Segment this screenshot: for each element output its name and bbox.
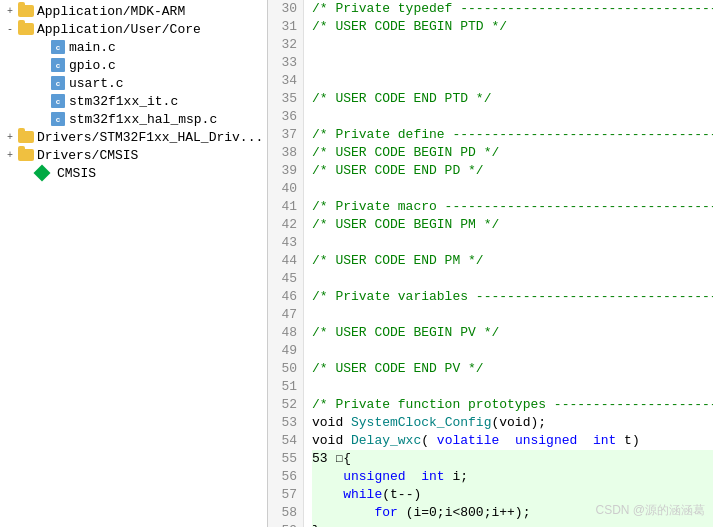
code-line-51 <box>312 378 713 396</box>
tree-item-app-mdk[interactable]: + Application/MDK-ARM <box>0 2 267 20</box>
code-editor: 30 31 32 33 34 35 36 37 38 39 40 41 42 4… <box>268 0 713 527</box>
folder-icon-user-core <box>18 21 34 37</box>
ln-43: 43 <box>274 234 297 252</box>
expand-icon-user-core: - <box>4 24 16 35</box>
ln-49: 49 <box>274 342 297 360</box>
code-line-33 <box>312 54 713 72</box>
spacer-it <box>36 96 48 107</box>
expand-icon-mdk: + <box>4 6 16 17</box>
code-line-49 <box>312 342 713 360</box>
tree-item-drivers-hal[interactable]: + Drivers/STM32F1xx_HAL_Driv... <box>0 128 267 146</box>
ln-53: 53 <box>274 414 297 432</box>
file-icon-main: c <box>50 39 66 55</box>
code-line-43 <box>312 234 713 252</box>
ln-31: 31 <box>274 18 297 36</box>
watermark-text: CSDN @源的涵涵葛 <box>595 502 705 519</box>
ln-39: 39 <box>274 162 297 180</box>
tree-label-mdk: Application/MDK-ARM <box>37 4 185 19</box>
folder-icon-cmsis-drv <box>18 147 34 163</box>
expand-icon-hal: + <box>4 132 16 143</box>
code-line-53: void SystemClock_Config(void); <box>312 414 713 432</box>
line-numbers: 30 31 32 33 34 35 36 37 38 39 40 41 42 4… <box>268 0 304 527</box>
ln-30: 30 <box>274 0 297 18</box>
expand-icon-cmsis-drv: + <box>4 150 16 161</box>
ln-33: 33 <box>274 54 297 72</box>
tree-item-main-c[interactable]: c main.c <box>0 38 267 56</box>
code-line-48: /* USER CODE BEGIN PV */ <box>312 324 713 342</box>
tree-label-usart: usart.c <box>69 76 124 91</box>
diamond-icon-cmsis <box>34 165 50 181</box>
ln-51: 51 <box>274 378 297 396</box>
tree-label-hal: Drivers/STM32F1xx_HAL_Driv... <box>37 130 263 145</box>
ln-52: 52 <box>274 396 297 414</box>
tree-label-cmsis: CMSIS <box>57 166 96 181</box>
spacer-main <box>36 42 48 53</box>
code-line-50: /* USER CODE END PV */ <box>312 360 713 378</box>
code-line-44: /* USER CODE END PM */ <box>312 252 713 270</box>
code-line-46: /* Private variables -------------------… <box>312 288 713 306</box>
tree-item-app-user-core[interactable]: - Application/User/Core <box>0 20 267 38</box>
tree-item-gpio-c[interactable]: c gpio.c <box>0 56 267 74</box>
spacer-hal <box>36 114 48 125</box>
code-line-36 <box>312 108 713 126</box>
ln-54: 54 <box>274 432 297 450</box>
tree-item-stm32-hal-msp[interactable]: c stm32f1xx_hal_msp.c <box>0 110 267 128</box>
tree-item-stm32-it[interactable]: c stm32f1xx_it.c <box>0 92 267 110</box>
code-line-38: /* USER CODE BEGIN PD */ <box>312 144 713 162</box>
code-line-47 <box>312 306 713 324</box>
ln-38: 38 <box>274 144 297 162</box>
code-line-56: unsigned int i; <box>312 468 713 486</box>
code-line-31: /* USER CODE BEGIN PTD */ <box>312 18 713 36</box>
ln-42: 42 <box>274 216 297 234</box>
code-content: 30 31 32 33 34 35 36 37 38 39 40 41 42 4… <box>268 0 713 527</box>
folder-icon-mdk <box>18 3 34 19</box>
ln-32: 32 <box>274 36 297 54</box>
ln-56: 56 <box>274 468 297 486</box>
ln-59: 59 <box>274 522 297 527</box>
code-line-45 <box>312 270 713 288</box>
ln-45: 45 <box>274 270 297 288</box>
ln-50: 50 <box>274 360 297 378</box>
tree-item-usart-c[interactable]: c usart.c <box>0 74 267 92</box>
code-line-40 <box>312 180 713 198</box>
tree-label-it: stm32f1xx_it.c <box>69 94 178 109</box>
ln-40: 40 <box>274 180 297 198</box>
code-line-52: /* Private function prototypes ---------… <box>312 396 713 414</box>
code-line-34 <box>312 72 713 90</box>
ln-58: 58 <box>274 504 297 522</box>
code-line-30: /* Private typedef ---------------------… <box>312 0 713 18</box>
code-line-54: void Delay_wxc( volatile unsigned int t) <box>312 432 713 450</box>
code-line-32 <box>312 36 713 54</box>
ln-57: 57 <box>274 486 297 504</box>
tree-item-drivers-cmsis[interactable]: + Drivers/CMSIS <box>0 146 267 164</box>
file-icon-usart: c <box>50 75 66 91</box>
tree-item-cmsis[interactable]: CMSIS <box>0 164 267 182</box>
ln-34: 34 <box>274 72 297 90</box>
tree-label-cmsis-drv: Drivers/CMSIS <box>37 148 138 163</box>
code-line-35: /* USER CODE END PTD */ <box>312 90 713 108</box>
ln-35: 35 <box>274 90 297 108</box>
code-line-37: /* Private define ----------------------… <box>312 126 713 144</box>
ln-37: 37 <box>274 126 297 144</box>
tree-label-gpio: gpio.c <box>69 58 116 73</box>
spacer-usart <box>36 78 48 89</box>
spacer-gpio <box>36 60 48 71</box>
code-line-59: } <box>312 522 713 527</box>
code-line-41: /* Private macro -----------------------… <box>312 198 713 216</box>
code-line-42: /* USER CODE BEGIN PM */ <box>312 216 713 234</box>
code-line-39: /* USER CODE END PD */ <box>312 162 713 180</box>
ln-47: 47 <box>274 306 297 324</box>
ln-48: 48 <box>274 324 297 342</box>
ln-55: 55 <box>274 450 297 468</box>
file-tree: + Application/MDK-ARM - Application/User… <box>0 0 268 527</box>
ln-41: 41 <box>274 198 297 216</box>
tree-label-hal-msp: stm32f1xx_hal_msp.c <box>69 112 217 127</box>
spacer-cmsis <box>20 168 32 179</box>
tree-label-user-core: Application/User/Core <box>37 22 201 37</box>
code-line-55: 53 ☐{ <box>312 450 713 468</box>
folder-icon-hal <box>18 129 34 145</box>
ln-36: 36 <box>274 108 297 126</box>
file-icon-hal-msp: c <box>50 111 66 127</box>
file-icon-gpio: c <box>50 57 66 73</box>
code-lines[interactable]: /* Private typedef ---------------------… <box>304 0 713 527</box>
